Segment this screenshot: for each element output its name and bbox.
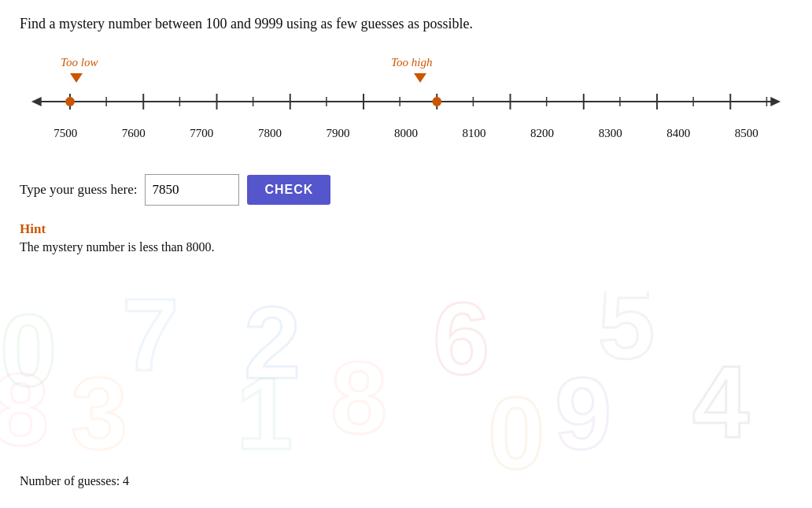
scale-label-8500: 8500 (712, 127, 781, 140)
too-low-label: Too low (61, 56, 98, 69)
scale-label-7500: 7500 (31, 127, 100, 140)
number-line-svg (28, 86, 784, 117)
hint-text: The mystery number is less than 8000. (20, 240, 792, 254)
hint-section: Hint The mystery number is less than 800… (20, 221, 792, 254)
bg-digit-3: 3 (71, 354, 127, 473)
bg-digit-2: 2 (244, 291, 301, 402)
bg-digit-9: 9 (555, 354, 611, 473)
svg-point-24 (432, 97, 441, 106)
too-high-label: Too high (391, 56, 432, 69)
bg-digit-1: 1 (236, 354, 293, 473)
bg-digit-7: 7 (122, 291, 179, 394)
svg-marker-2 (770, 97, 781, 106)
bg-digit-6: 6 (433, 291, 489, 398)
bg-digit-4: 4 (692, 343, 749, 461)
hint-title: Hint (20, 221, 792, 237)
bg-digit-0b: 0 (488, 374, 544, 492)
scale-label-8100: 8100 (440, 127, 508, 140)
scale-label-8400: 8400 (644, 127, 713, 140)
bg-digit-8b: 8 (0, 350, 49, 469)
scale-label-8300: 8300 (576, 127, 644, 140)
bg-digit-0a: 0 (0, 291, 57, 410)
scale-labels: 7500 7600 7700 7800 7900 8000 8100 8200 … (28, 127, 784, 140)
scale-label-7700: 7700 (168, 127, 236, 140)
guesses-count: Number of guesses: 4 (20, 474, 129, 488)
too-high-arrow (414, 73, 426, 83)
number-line-container: Too low Too high (28, 56, 784, 158)
scale-label-8200: 8200 (508, 127, 577, 140)
input-label: Type your guess here: (20, 182, 137, 198)
guess-input[interactable] (145, 174, 239, 206)
too-low-arrow (70, 73, 83, 83)
input-area: Type your guess here: CHECK (20, 174, 792, 206)
scale-label-7900: 7900 (304, 127, 372, 140)
svg-marker-1 (31, 97, 42, 106)
scale-label-7800: 7800 (236, 127, 304, 140)
check-button[interactable]: CHECK (247, 175, 330, 205)
instruction-text: Find a mystery number between 100 and 99… (20, 16, 792, 32)
svg-point-23 (65, 97, 75, 106)
bg-digit-5: 5 (598, 291, 655, 382)
scale-label-8000: 8000 (372, 127, 441, 140)
bg-digit-8a: 8 (330, 339, 387, 457)
scale-label-7600: 7600 (100, 127, 168, 140)
